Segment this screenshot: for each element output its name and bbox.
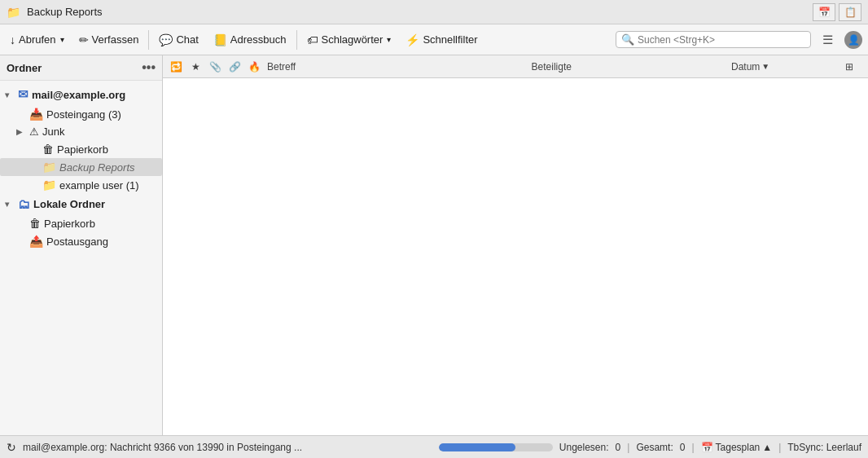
account-row-mail[interactable]: ▾ ✉ mail@example.org	[0, 84, 162, 105]
outbox-icon: 📤	[29, 235, 43, 248]
profile-icon: 👤	[844, 31, 862, 49]
sidebar-header-label: Ordner	[7, 62, 42, 74]
folder-tree: ▾ ✉ mail@example.org 📥 Posteingang (3) ▶…	[0, 81, 162, 435]
toolbar: ↓ Abrufen ▾ ✏ Verfassen 💬 Chat 📒 Adressb…	[0, 24, 868, 55]
account-color-icon: ✉	[18, 87, 28, 102]
empty-message-area	[163, 78, 868, 435]
content-area: 🔁 ★ 📎 🔗 🔥 Betreff Beteiligte Datum	[163, 55, 868, 435]
schnellfilter-label: Schnellfilter	[423, 33, 477, 46]
junk-icon: ⚠	[29, 126, 39, 138]
total-count: 0	[680, 442, 686, 453]
col-star-header[interactable]: ★	[186, 61, 205, 73]
titlebar-controls: 📅 📋	[813, 3, 861, 21]
tasks-btn[interactable]: 📋	[839, 3, 861, 21]
calendar-btn[interactable]: 📅	[813, 3, 835, 21]
search-input[interactable]	[638, 34, 805, 46]
filter-icon: ⚡	[406, 33, 419, 46]
profile-button[interactable]: 👤	[842, 29, 865, 51]
folder-papierkorb-mail[interactable]: 🗑 Papierkorb	[0, 140, 162, 158]
col-actions-header[interactable]: ⊞	[842, 61, 865, 73]
local-color-icon: 🗂	[18, 197, 30, 211]
folder-example-user[interactable]: 📁 example user (1)	[0, 176, 162, 194]
chat-icon: 💬	[159, 33, 173, 46]
tagesplan-icon: 📅	[701, 442, 713, 453]
col-prio-header[interactable]: 🔥	[244, 61, 264, 73]
titlebar: 📁 Backup Reports 📅 📋	[0, 0, 868, 24]
junk-label: Junk	[42, 126, 157, 138]
papierkorb-label-1: Papierkorb	[57, 143, 157, 156]
separator-2	[296, 30, 297, 50]
verfassen-button[interactable]: ✏ Verfassen	[72, 30, 146, 50]
schlagwoerter-label: Schlagwörter	[322, 33, 384, 46]
message-list-header: 🔁 ★ 📎 🔗 🔥 Betreff Beteiligte Datum	[163, 55, 868, 78]
subject-label: Betreff	[267, 61, 296, 73]
sync-icon: ↻	[7, 441, 16, 454]
chat-button[interactable]: 💬 Chat	[152, 30, 204, 50]
adressbuch-button[interactable]: 📒 Adressbuch	[207, 30, 293, 50]
addressbook-icon: 📒	[213, 33, 227, 46]
unread-label: Ungelesen:	[559, 442, 609, 453]
col-attachment-header[interactable]: 📎	[205, 61, 225, 73]
search-container: 🔍	[616, 31, 811, 48]
attachment-icon: 📎	[209, 61, 221, 73]
menu-button[interactable]: ☰	[816, 29, 839, 51]
titlebar-title: Backup Reports	[27, 6, 806, 18]
tbsync-status: TbSync: Leerlauf	[787, 442, 861, 453]
col-thread-header[interactable]: 🔁	[166, 61, 186, 73]
progress-fill	[439, 443, 515, 451]
backup-folder-icon: 📁	[42, 161, 56, 174]
account-row-local[interactable]: ▾ 🗂 Lokale Ordner	[0, 194, 162, 214]
main: Ordner ••• ▾ ✉ mail@example.org 📥 Postei…	[0, 55, 868, 435]
folder-junk[interactable]: ▶ ⚠ Junk	[0, 123, 162, 140]
thread-icon: 🔁	[170, 61, 182, 73]
schlagwoerter-dropdown-icon: ▾	[387, 35, 391, 44]
adressbuch-label: Adressbuch	[230, 33, 287, 46]
tagesplan-arrow-icon: ▲	[762, 442, 772, 453]
trash-icon-2: 🗑	[29, 217, 41, 230]
statusbar-sep-1: |	[627, 442, 629, 453]
prio-icon: 🔥	[248, 61, 261, 73]
postausgang-label: Postausgang	[46, 236, 157, 248]
total-label: Gesamt:	[636, 442, 673, 453]
message-list-body[interactable]	[163, 78, 868, 435]
schlagwoerter-button[interactable]: 🏷 Schlagwörter ▾	[300, 30, 398, 50]
backup-reports-label: Backup Reports	[59, 161, 157, 174]
col-thread2-header[interactable]: 🔗	[225, 61, 244, 73]
posteingang-label: Posteingang (3)	[46, 108, 157, 121]
date-sort-icon: ▼	[761, 62, 769, 71]
col-subject-header[interactable]: Betreff	[264, 61, 528, 73]
schnellfilter-button[interactable]: ⚡ Schnellfilter	[399, 30, 484, 50]
statusbar-sep-3: |	[778, 442, 781, 453]
folder-backup-reports[interactable]: 📁 Backup Reports	[0, 158, 162, 176]
account-expand-icon: ▾	[5, 90, 15, 99]
abrufen-button[interactable]: ↓ Abrufen ▾	[3, 30, 71, 50]
col-participants-header[interactable]: Beteiligte	[528, 61, 728, 73]
sidebar: Ordner ••• ▾ ✉ mail@example.org 📥 Postei…	[0, 55, 163, 435]
sidebar-more-button[interactable]: •••	[142, 60, 156, 75]
chat-label: Chat	[176, 33, 198, 46]
hamburger-icon: ☰	[822, 33, 833, 47]
account-name: mail@example.org	[32, 89, 125, 101]
example-folder-icon: 📁	[42, 178, 56, 192]
trash-icon-1: 🗑	[42, 143, 54, 156]
titlebar-icon: 📁	[7, 6, 20, 19]
sidebar-header: Ordner •••	[0, 55, 162, 81]
junk-expand: ▶	[16, 127, 26, 136]
col-date-header[interactable]: Datum ▼	[728, 61, 842, 73]
statusbar: ↻ mail@example.org: Nachricht 9366 von 1…	[0, 435, 868, 458]
folder-papierkorb-local[interactable]: 🗑 Papierkorb	[0, 214, 162, 232]
date-label: Datum	[731, 61, 760, 73]
folder-postausgang[interactable]: 📤 Postausgang	[0, 232, 162, 250]
abrufen-label: Abrufen	[19, 33, 56, 46]
tagesplan-button[interactable]: 📅 Tagesplan ▲	[701, 442, 773, 453]
star-icon: ★	[191, 61, 200, 73]
folder-posteingang[interactable]: 📥 Posteingang (3)	[0, 105, 162, 123]
thread2-icon: 🔗	[229, 61, 241, 73]
verfassen-label: Verfassen	[92, 33, 139, 46]
example-user-label: example user (1)	[59, 179, 157, 192]
separator-1	[148, 30, 149, 50]
abrufen-dropdown-icon: ▾	[60, 35, 64, 44]
statusbar-right: Ungelesen: 0 | Gesamt: 0 | 📅 Tagesplan ▲…	[559, 442, 861, 453]
tags-icon: 🏷	[307, 33, 318, 46]
edit-icon: ✏	[79, 33, 89, 46]
